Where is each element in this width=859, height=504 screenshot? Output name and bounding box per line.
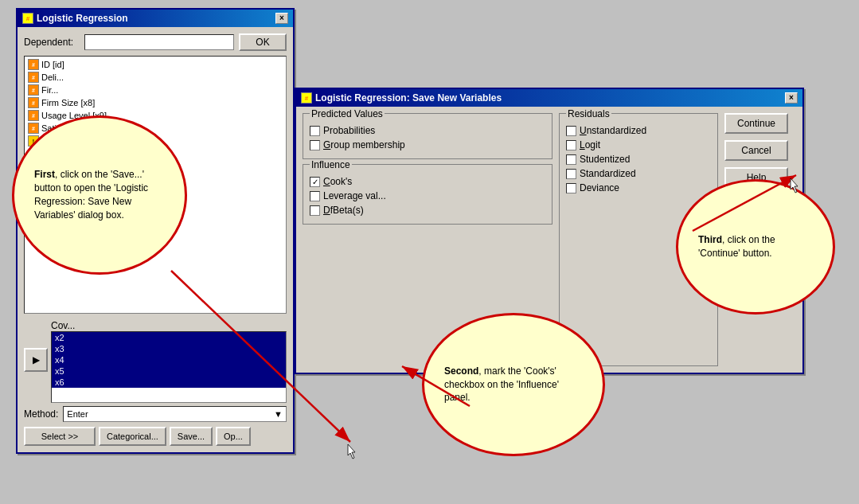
dfbeta-checkbox[interactable] xyxy=(310,205,320,216)
group-membership-label: Group membership xyxy=(323,139,405,150)
predicted-values-group: Predicted Values Probabilities Group mem… xyxy=(303,113,552,159)
covariate-label: Cov... xyxy=(51,320,287,331)
probabilities-label: Probabilities xyxy=(323,125,375,136)
residuals-label: Residuals xyxy=(566,108,611,119)
options-button[interactable]: Op... xyxy=(216,427,251,446)
annotation-second-text: Second, mark the 'Cook's' checkbox on th… xyxy=(444,365,583,404)
main-dialog-titlebar: # Logistic Regression × xyxy=(18,10,293,27)
list-item[interactable]: # Usage Level [x9] xyxy=(26,109,284,122)
group-membership-row: Group membership xyxy=(310,139,545,150)
annotation-first-bold: First xyxy=(34,169,55,180)
list-item[interactable]: x4 xyxy=(52,354,286,365)
list-item[interactable]: x2 xyxy=(52,332,286,343)
leverage-label: Leverage val... xyxy=(323,190,386,201)
cooks-checkbox[interactable] xyxy=(310,177,320,187)
save-dialog-titlebar: # Logistic Regression: Save New Variable… xyxy=(296,89,802,107)
dependent-label: Dependent: xyxy=(24,37,80,48)
list-item[interactable]: x5 xyxy=(52,365,286,377)
studentized-checkbox[interactable] xyxy=(566,154,576,165)
covariate-listbox[interactable]: x2 x3 x4 x5 x6 xyxy=(51,331,287,403)
variable-icon: # xyxy=(28,59,39,70)
cooks-label: Cook's xyxy=(323,176,352,187)
annotation-first-text: First, click on the 'Save...' button to … xyxy=(34,168,165,221)
standardized-checkbox[interactable] xyxy=(566,169,576,179)
annotation-third: Third, click on the 'Continue' button. xyxy=(676,179,835,315)
categorical-button[interactable]: Categorical... xyxy=(99,427,166,446)
cancel-button[interactable]: Cancel xyxy=(724,140,788,161)
dependent-row: Dependent: OK xyxy=(24,33,287,51)
save-dialog-title: Logistic Regression: Save New Variables xyxy=(315,92,502,104)
deviance-checkbox[interactable] xyxy=(566,183,576,193)
main-dialog-title-area: # Logistic Regression xyxy=(22,13,128,24)
method-dropdown[interactable]: Enter ▼ xyxy=(63,406,287,422)
deviance-row: Deviance xyxy=(566,182,711,193)
list-item[interactable]: # Deli... xyxy=(26,71,284,84)
logit-label: Logit xyxy=(580,139,600,150)
method-row: Method: Enter ▼ xyxy=(24,406,287,422)
dfbeta-label: DfBeta(s) xyxy=(323,205,364,216)
ok-button[interactable]: OK xyxy=(239,33,287,51)
unstandardized-checkbox[interactable] xyxy=(566,126,576,136)
standardized-row: Standardized xyxy=(566,168,711,179)
dfbeta-row: DfBeta(s) xyxy=(310,205,545,216)
variable-icon: # xyxy=(28,110,39,121)
main-dialog-icon: # xyxy=(22,13,33,24)
list-item[interactable]: # Firm Size [x8] xyxy=(26,96,284,109)
unstandardized-label: Unstandardized xyxy=(580,125,646,136)
select-button[interactable]: Select >> xyxy=(24,427,96,446)
save-dialog-title-area: # Logistic Regression: Save New Variable… xyxy=(301,92,502,104)
standardized-label: Standardized xyxy=(580,168,636,179)
annotation-third-text: Third, click on the 'Continue' button. xyxy=(698,233,813,260)
annotation-third-bold: Third xyxy=(698,234,722,245)
annotation-second-bold: Second xyxy=(444,365,478,377)
bottom-buttons: Select >> Categorical... Save... Op... xyxy=(24,427,287,446)
annotation-second: Second, mark the 'Cook's' checkbox on th… xyxy=(422,313,605,456)
logit-row: Logit xyxy=(566,139,711,150)
dependent-field[interactable] xyxy=(84,34,234,50)
cooks-row: Cook's xyxy=(310,176,545,187)
variable-icon: # xyxy=(28,123,39,134)
probabilities-row: Probabilities xyxy=(310,125,545,136)
leverage-checkbox[interactable] xyxy=(310,191,320,201)
svg-marker-4 xyxy=(348,444,355,459)
list-item[interactable]: x6 xyxy=(52,377,286,388)
variable-icon: # xyxy=(28,72,39,83)
method-label: Method: xyxy=(24,408,58,420)
influence-group: Influence Cook's Leverage val... DfBeta(… xyxy=(303,164,552,225)
main-dialog-title: Logistic Regression xyxy=(37,13,128,24)
leverage-row: Leverage val... xyxy=(310,190,545,201)
predicted-values-label: Predicted Values xyxy=(310,108,385,119)
deviance-label: Deviance xyxy=(580,182,619,193)
group-membership-checkbox[interactable] xyxy=(310,140,320,150)
logit-checkbox[interactable] xyxy=(566,140,576,150)
variable-icon: # xyxy=(28,97,39,108)
list-item[interactable]: # ID [id] xyxy=(26,58,284,71)
studentized-row: Studentized xyxy=(566,154,711,165)
variable-icon: # xyxy=(28,84,39,96)
unstandardized-row: Unstandardized xyxy=(566,125,711,136)
save-dialog-icon: # xyxy=(301,92,312,104)
main-dialog-close-button[interactable]: × xyxy=(275,13,288,24)
arrow-button[interactable]: ▶ xyxy=(24,348,48,372)
influence-label: Influence xyxy=(310,159,352,170)
save-button[interactable]: Save... xyxy=(170,427,213,446)
annotation-first: First, click on the 'Save...' button to … xyxy=(12,115,187,275)
list-item[interactable]: # Fir... xyxy=(26,84,284,96)
continue-button[interactable]: Continue xyxy=(724,113,788,134)
list-item[interactable]: x3 xyxy=(52,343,286,354)
studentized-label: Studentized xyxy=(580,154,630,165)
save-dialog-close-button[interactable]: × xyxy=(785,92,798,104)
probabilities-checkbox[interactable] xyxy=(310,126,320,136)
